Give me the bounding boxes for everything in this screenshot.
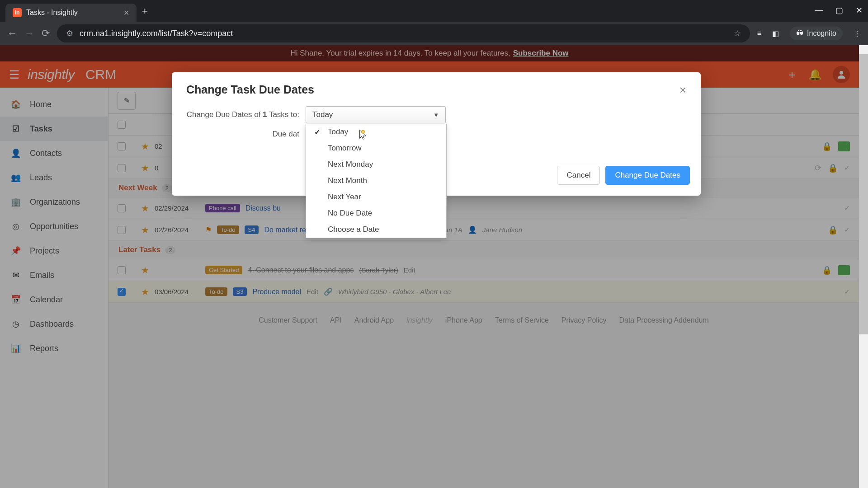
change-to-label: Change Due Dates of 1 Tasks to: bbox=[186, 110, 299, 119]
incognito-badge: 🕶 Incognito bbox=[790, 27, 843, 40]
incognito-icon: 🕶 bbox=[796, 29, 803, 38]
window-controls: — ▢ ✕ bbox=[815, 5, 863, 15]
dropdown-option-no-due-date[interactable]: No Due Date bbox=[306, 205, 446, 221]
dropdown-option-today[interactable]: Today bbox=[306, 124, 446, 140]
close-window-icon[interactable]: ✕ bbox=[856, 5, 863, 15]
dropdown-option-tomorrow[interactable]: Tomorrow bbox=[306, 140, 446, 156]
page-scrollbar[interactable] bbox=[859, 45, 868, 488]
maximize-icon[interactable]: ▢ bbox=[835, 5, 843, 15]
site-settings-icon[interactable]: ⚙ bbox=[66, 28, 73, 38]
change-due-dates-button[interactable]: Change Due Dates bbox=[605, 166, 690, 185]
browser-tab[interactable]: in Tasks - Insightly ✕ bbox=[5, 4, 137, 22]
browser-toolbar: ← → ⟳ ⚙ crm.na1.insightly.com/list/Task?… bbox=[0, 22, 868, 45]
dropdown-option-next-year[interactable]: Next Year bbox=[306, 189, 446, 205]
tab-close-icon[interactable]: ✕ bbox=[123, 9, 129, 17]
cancel-button[interactable]: Cancel bbox=[557, 166, 600, 185]
forward-icon[interactable]: → bbox=[24, 28, 34, 39]
modal-close-icon[interactable]: × bbox=[679, 83, 686, 97]
due-date-dropdown: Today Tomorrow Next Monday Next Month Ne… bbox=[306, 124, 447, 238]
new-tab-button[interactable]: + bbox=[142, 5, 148, 17]
dropdown-option-next-month[interactable]: Next Month bbox=[306, 173, 446, 189]
minimize-icon[interactable]: — bbox=[815, 5, 823, 15]
browser-tab-bar: in Tasks - Insightly ✕ + — ▢ ✕ bbox=[0, 0, 868, 22]
address-bar[interactable]: ⚙ crm.na1.insightly.com/list/Task?v=comp… bbox=[57, 24, 750, 42]
extensions-icon[interactable]: ≡ bbox=[757, 29, 761, 38]
modal-title: Change Task Due Dates bbox=[186, 83, 314, 96]
reload-icon[interactable]: ⟳ bbox=[42, 28, 50, 39]
scrollbar-thumb[interactable] bbox=[859, 54, 868, 334]
favicon-icon: in bbox=[13, 8, 22, 17]
chevron-down-icon: ▼ bbox=[433, 112, 439, 118]
dropdown-option-next-monday[interactable]: Next Monday bbox=[306, 156, 446, 173]
due-date-select[interactable]: Today ▼ Today Tomorrow Next Monday Next … bbox=[306, 106, 446, 123]
browser-menu-icon[interactable]: ⋮ bbox=[854, 29, 861, 38]
dropdown-option-choose-date[interactable]: Choose a Date bbox=[306, 221, 446, 238]
bookmark-star-icon[interactable]: ☆ bbox=[734, 28, 741, 38]
due-date-label: Due dat bbox=[186, 130, 299, 139]
change-due-dates-modal: Change Task Due Dates × Change Due Dates… bbox=[172, 72, 701, 196]
tab-title: Tasks - Insightly bbox=[26, 9, 78, 17]
url-text: crm.na1.insightly.com/list/Task?v=compac… bbox=[80, 29, 233, 38]
back-icon[interactable]: ← bbox=[7, 28, 17, 39]
side-panel-icon[interactable]: ◧ bbox=[772, 29, 779, 38]
select-value: Today bbox=[312, 110, 333, 119]
